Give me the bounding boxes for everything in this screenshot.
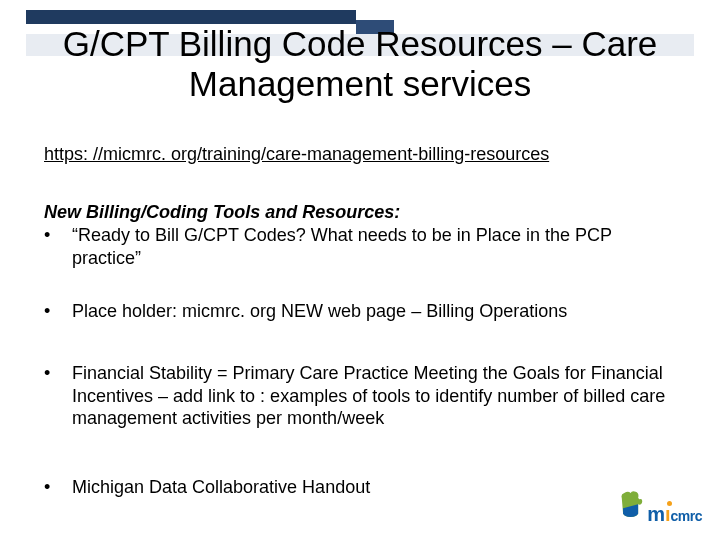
list-item-text: Financial Stability = Primary Care Pract… bbox=[72, 362, 674, 430]
resource-link[interactable]: https: //micmrc. org/training/care-manag… bbox=[44, 144, 684, 165]
list-item-text: Michigan Data Collaborative Handout bbox=[72, 476, 674, 499]
list-item-text: “Ready to Bill G/CPT Codes? What needs t… bbox=[72, 224, 674, 269]
logo-letter-m: m bbox=[647, 503, 665, 526]
logo-letters-cmrc: cmrc bbox=[671, 508, 702, 524]
list-item: Place holder: micmrc. org NEW web page –… bbox=[44, 300, 674, 323]
logo-letter-i-wrap: ı bbox=[665, 503, 671, 526]
list-item: “Ready to Bill G/CPT Codes? What needs t… bbox=[44, 224, 674, 269]
decor-bar-dark bbox=[26, 10, 356, 24]
micmrc-logo: m ı cmrc bbox=[618, 468, 702, 526]
michigan-mitten-icon bbox=[618, 484, 643, 526]
list-item: Michigan Data Collaborative Handout bbox=[44, 476, 674, 499]
logo-letter-i: ı bbox=[665, 503, 671, 525]
list-item: Financial Stability = Primary Care Pract… bbox=[44, 362, 674, 430]
logo-text: m ı cmrc bbox=[647, 503, 702, 526]
section-heading: New Billing/Coding Tools and Resources: bbox=[44, 202, 684, 223]
list-item-text: Place holder: micmrc. org NEW web page –… bbox=[72, 300, 674, 323]
logo-i-dot bbox=[667, 501, 672, 506]
slide-title: G/CPT Billing Code Resources – Care Mana… bbox=[40, 24, 680, 105]
slide: G/CPT Billing Code Resources – Care Mana… bbox=[0, 0, 720, 540]
